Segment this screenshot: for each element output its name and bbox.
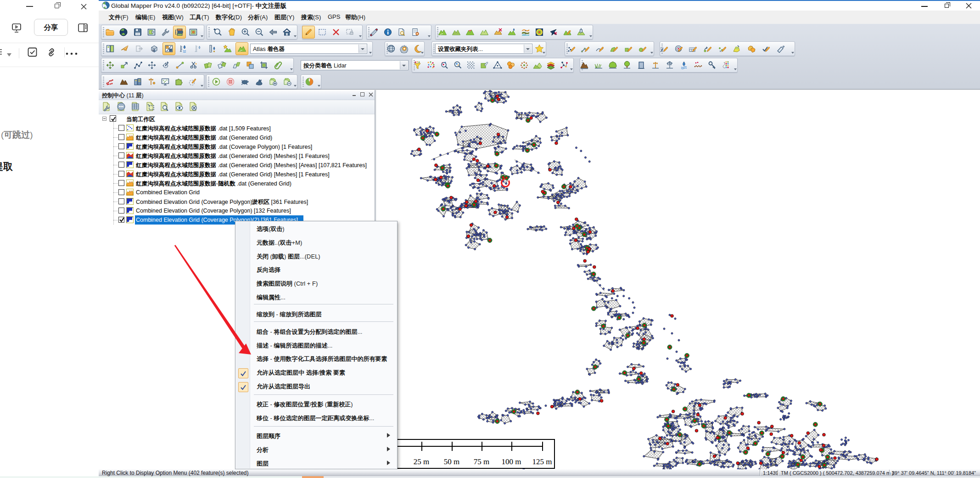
svg-text:X: X xyxy=(661,49,663,52)
svg-text:3D: 3D xyxy=(152,49,156,52)
